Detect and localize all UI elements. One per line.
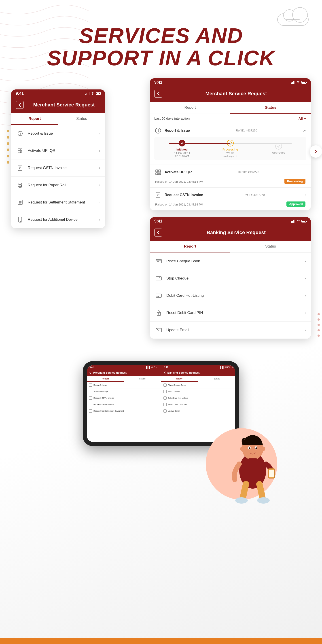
svg-rect-9 [20,151,21,152]
chevron-right-icon: › [305,276,306,280]
right-phone-top: 9:41 [150,78,311,210]
chevron-right-icon: › [99,149,100,153]
svg-point-59 [158,314,159,314]
landscape-left-menu-item[interactable]: Activate UPI QR [87,388,161,395]
invoice-icon [16,164,24,172]
service-item-gstn-header: Request GSTN Invoice Ref ID: 4937270 › [154,191,306,199]
svg-rect-3 [89,92,90,95]
landscape-left-title: Merchant Service Request [93,371,126,374]
upi-service-title: Activate UPI QR [164,170,192,174]
landscape-right-menu-item[interactable]: Stop Cheque [161,388,236,395]
svg-rect-45 [292,221,293,223]
landscape-right-tab-report[interactable]: Report [161,376,198,382]
right-bottom-tab-status[interactable]: Status [230,241,311,252]
left-menu-additional-device[interactable]: Request for Additional Device › [11,211,105,228]
landscape-left-menu-item[interactable]: Request for Settlement Statement [87,408,161,414]
update-email-label: Update Email [166,328,305,332]
left-tab-status[interactable]: Status [58,113,105,125]
right-bottom-status-bar: 9:41 [150,217,311,226]
landscape-left-menu: Report & Issue Activate UPI QR Request G… [87,382,161,414]
right-top-tab-status[interactable]: Status [230,102,311,114]
landscape-left-tab-status[interactable]: Status [124,376,161,382]
landscape-left-menu-item[interactable]: Request for Paper Roll [87,402,161,408]
left-menu-activate-upi[interactable]: Activate UPI QR › [11,142,105,160]
chevron-right-icon: › [305,259,306,263]
wifi-icon [91,92,94,95]
banking-menu-place-cheque[interactable]: Place Cheque Book › [150,253,311,270]
svg-rect-7 [20,149,22,150]
right-top-back-button[interactable] [154,90,162,98]
filter-value: All [298,116,303,120]
chevron-right-icon: › [99,166,100,170]
hero-title: SERVICES AND SUPPORT IN A CLICK [0,24,322,69]
banking-menu-stop-cheque[interactable]: Stop Cheque › [150,270,311,287]
svg-rect-47 [294,220,295,223]
step-approved-circle [275,143,282,150]
right-top-tab-report[interactable]: Report [150,102,230,114]
step-approved-label: Approved [272,151,286,154]
svg-text:?: ? [158,129,160,132]
step-processing-circle [227,140,234,146]
left-header-title: Merchant Service Request [27,102,100,108]
left-menu-paper-label: Request for Paper Roll [28,183,99,188]
right-top-app-header: Merchant Service Request [150,86,311,102]
service-item-report-left: ? Report & Issue [154,127,190,134]
report-chevron-icon[interactable] [303,128,306,132]
signal-icon [86,92,90,95]
email-icon [155,326,163,334]
landscape-left-tab-report[interactable]: Report [87,376,124,382]
next-arrow[interactable] [310,145,322,158]
landscape-right-menu-item[interactable]: Place Cheque Book [161,382,236,388]
upi-chevron-icon[interactable]: › [305,170,306,174]
service-item-gstn-left: Request GSTN Invoice [154,191,203,199]
gstn-raised-date: Raised on 14 Jan 2021, 03:45:14 PM [155,203,203,206]
svg-point-70 [262,446,265,451]
bottom-bar [0,638,322,644]
banking-menu-update-email[interactable]: Update Email › [150,322,311,339]
landscape-right-tab-status[interactable]: Status [198,376,235,382]
svg-point-67 [249,448,250,449]
landscape-menu-1: Activate UPI QR [94,390,108,393]
right-bottom-tab-report[interactable]: Report [150,241,230,252]
landscape-right-menu-3: Reset Debit Card PIN [168,404,188,406]
filter-all-button[interactable]: All [298,116,306,120]
left-menu-settlement[interactable]: Request for Settlement Statement › [11,194,105,211]
svg-point-71 [235,497,248,504]
gstn-chevron-icon[interactable]: › [305,193,306,197]
right-bottom-back-button[interactable] [154,228,162,236]
svg-rect-36 [158,173,160,174]
svg-rect-13 [18,165,22,170]
banking-menu-reset-pin[interactable]: Reset Debit Card PIN › [150,304,311,322]
landscape-right-menu-item[interactable]: Reset Debit Card PIN [161,402,236,408]
left-menu-gstn[interactable]: Request GSTN Invoice › [11,160,105,177]
gstn-ref-id: Ref ID: 4937270 [244,193,265,196]
chevron-right-icon: › [305,328,306,332]
left-menu-paper-roll[interactable]: Request for Paper Roll › [11,177,105,194]
chevron-right-icon: › [99,183,100,187]
left-menu-report-label: Report & Issue [28,131,99,136]
step-processing-sub: We are [226,152,234,154]
svg-rect-2 [88,92,88,95]
svg-point-69 [240,446,244,451]
banking-menu-debit-hot[interactable]: Debit Card Hot-Listing › [150,287,311,304]
landscape-left-menu-item[interactable]: Request GSTN Invoice [87,395,161,402]
svg-rect-39 [160,174,160,175]
left-menu-device-label: Request for Additional Device [28,217,99,222]
report-ref-id: Ref ID: 4937270 [236,129,257,132]
left-tab-report[interactable]: Report [11,113,58,125]
landscape-right-menu-item[interactable]: Update Email [161,408,236,414]
step-initiated-date: 14 Jan, 2021 | [174,152,190,154]
left-menu-settlement-label: Request for Settlement Statement [28,200,99,204]
landscape-left-status: 9:41 ▐▐▐ WiFi ▭ [87,365,161,370]
landscape-left-tabs: Report Status [87,376,161,382]
left-menu-report-issue[interactable]: ? Report & Issue › [11,125,105,142]
upi-service-icon [154,168,162,176]
right-bottom-app-header: Banking Service Request [150,226,311,241]
landscape-right-title: Banking Service Request [168,371,200,374]
landscape-right-menu-item[interactable]: Debit Card Hot-Listing [161,395,236,402]
left-back-button[interactable] [16,101,24,109]
landscape-right-status: 9:41 ▐▐▐ WiFi ▭ [161,365,236,370]
landscape-left-menu-item[interactable]: Report & Issue [87,382,161,388]
svg-rect-46 [294,220,294,223]
left-status-bar: 9:41 [11,90,105,98]
